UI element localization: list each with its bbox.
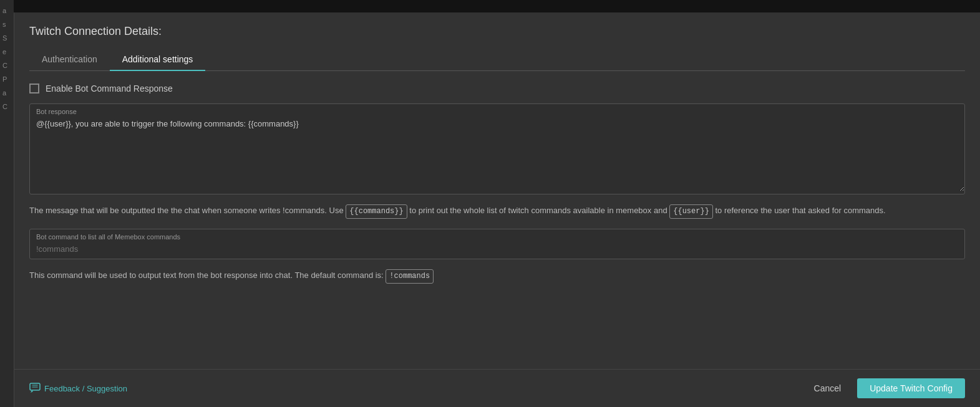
modal-title: Twitch Connection Details: <box>29 25 965 38</box>
modal-container: Twitch Connection Details: Authenticatio… <box>14 12 980 407</box>
modal-footer: Feedback / Suggestion Cancel Update Twit… <box>14 369 980 407</box>
description-part2: to print out the whole list of twitch co… <box>407 206 670 215</box>
sidebar-char: e <box>2 46 11 57</box>
feedback-label: Feedback / Suggestion <box>44 384 127 393</box>
sidebar-char: a <box>2 87 11 98</box>
enable-bot-command-label[interactable]: Enable Bot Command Response <box>46 84 173 93</box>
description-part3: to reference the user that asked for com… <box>713 206 886 215</box>
tab-additional-settings[interactable]: Additional settings <box>110 48 206 70</box>
description-default-command: This command will be used to output text… <box>29 269 965 284</box>
feedback-icon <box>29 383 41 394</box>
bot-command-group: Bot command to list all of Memebox comma… <box>29 229 965 259</box>
sidebar-char: S <box>2 32 11 44</box>
description-commands: The message that will be outputted the t… <box>29 204 965 219</box>
tabs: Authentication Additional settings <box>29 48 965 71</box>
tab-authentication[interactable]: Authentication <box>29 48 110 70</box>
description-part1: The message that will be outputted the t… <box>29 206 346 215</box>
user-tag: {{user}} <box>669 204 713 219</box>
enable-bot-command-checkbox[interactable] <box>29 84 39 93</box>
default-command-tag: !commands <box>386 269 434 284</box>
bot-response-textarea[interactable]: @{{user}}, you are able to trigger the f… <box>30 117 964 191</box>
bot-command-input[interactable] <box>30 242 964 259</box>
enable-bot-command-row: Enable Bot Command Response <box>29 84 965 93</box>
sidebar-char: C <box>2 101 11 112</box>
feedback-link[interactable]: Feedback / Suggestion <box>29 383 127 394</box>
update-twitch-config-button[interactable]: Update Twitch Config <box>857 378 965 398</box>
modal-header: Twitch Connection Details: Authenticatio… <box>14 12 980 71</box>
sidebar-char: a <box>2 5 11 16</box>
sidebar-char: s <box>2 19 11 30</box>
modal-body: Enable Bot Command Response Bot response… <box>14 71 980 369</box>
cancel-button[interactable]: Cancel <box>804 378 851 398</box>
sidebar-char: C <box>2 60 11 71</box>
bot-command-label: Bot command to list all of Memebox comma… <box>30 229 964 242</box>
description2-part1: This command will be used to output text… <box>29 271 386 280</box>
footer-buttons: Cancel Update Twitch Config <box>804 378 965 398</box>
commands-tag: {{commands}} <box>346 204 407 219</box>
bot-response-group: Bot response @{{user}}, you are able to … <box>29 103 965 194</box>
sidebar: a s S e C P a C <box>0 0 14 407</box>
bot-response-label: Bot response <box>30 104 964 117</box>
sidebar-char: P <box>2 74 11 85</box>
